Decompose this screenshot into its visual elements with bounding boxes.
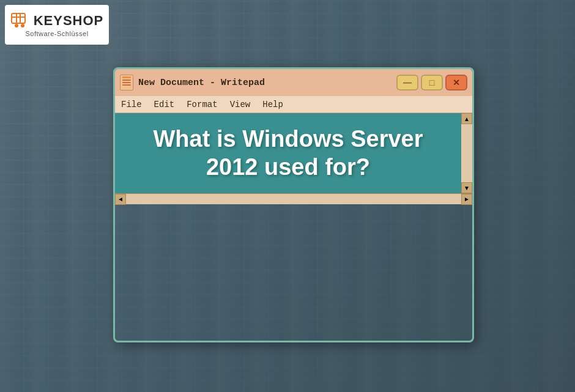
menu-view[interactable]: View <box>230 100 251 109</box>
writepad-window: New Document - Writepad — □ ✕ File Edit … <box>113 67 474 342</box>
content-line2: 2012 used for? <box>206 154 370 180</box>
editor-area[interactable]: What is Windows Server 2012 used for? <box>115 113 461 193</box>
minimize-button[interactable]: — <box>396 75 418 91</box>
close-button[interactable]: ✕ <box>445 75 467 91</box>
menu-edit[interactable]: Edit <box>154 100 175 109</box>
scroll-track-horizontal[interactable] <box>126 194 461 204</box>
menubar: File Edit Format View Help <box>115 96 472 113</box>
svg-point-4 <box>15 24 18 28</box>
editor-content: What is Windows Server 2012 used for? <box>141 113 436 193</box>
svg-point-5 <box>21 24 24 28</box>
menu-help[interactable]: Help <box>262 100 283 109</box>
editor-body: What is Windows Server 2012 used for? ▲ … <box>115 113 472 204</box>
content-line1: What is Windows Server <box>154 126 423 152</box>
logo-top: KEYSHOP <box>10 12 104 29</box>
logo-name: KEYSHOP <box>34 13 104 29</box>
document-icon <box>120 75 133 91</box>
menu-format[interactable]: Format <box>187 100 217 109</box>
scroll-up-button[interactable]: ▲ <box>461 113 472 124</box>
scroll-left-button[interactable]: ◄ <box>115 194 126 205</box>
scroll-right-button[interactable]: ► <box>461 194 472 205</box>
logo-box: KEYSHOP Software-Schlüssel <box>5 5 109 45</box>
menu-file[interactable]: File <box>121 100 142 109</box>
svg-rect-0 <box>12 13 25 23</box>
scroll-track-vertical[interactable] <box>461 124 472 182</box>
titlebar: New Document - Writepad — □ ✕ <box>115 69 472 96</box>
cart-icon <box>10 12 31 29</box>
editor-inner: What is Windows Server 2012 used for? ▲ … <box>115 113 472 193</box>
window-controls: — □ ✕ <box>396 75 467 91</box>
maximize-button[interactable]: □ <box>421 75 443 91</box>
scroll-down-button[interactable]: ▼ <box>461 182 472 193</box>
vertical-scrollbar: ▲ ▼ <box>461 113 472 193</box>
logo-subtitle: Software-Schlüssel <box>25 30 88 37</box>
window-title: New Document - Writepad <box>138 78 391 88</box>
horizontal-scrollbar: ◄ ► <box>115 193 472 204</box>
